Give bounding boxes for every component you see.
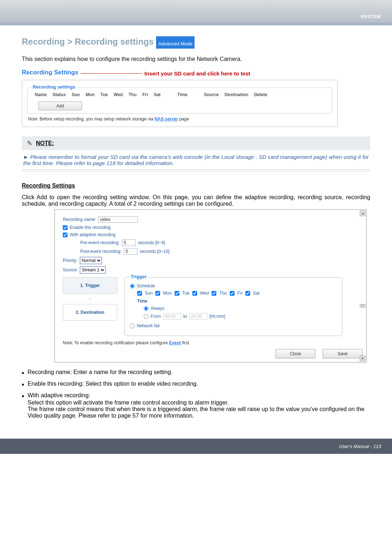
col-delete: Delete <box>251 92 270 97</box>
col-sat: Sat <box>151 92 164 97</box>
schedule-days: Sun Mon Tue Wed Thu Fri Sat <box>137 291 337 296</box>
trigger-legend: Trigger <box>129 274 148 279</box>
day-wed-checkbox[interactable] <box>192 291 197 296</box>
recording-settings-fieldset-legend: Recording settings <box>31 84 77 90</box>
schedule-radio[interactable] <box>130 284 135 288</box>
bullet-recording-name: Recording name: Enter a name for the rec… <box>22 369 370 376</box>
adaptive-recording-label: With adaptive recording <box>70 232 115 237</box>
dialog-note: Note: To enable recording notification p… <box>63 340 363 345</box>
recording-settings-body: Click Add to open the recording setting … <box>22 194 370 207</box>
pre-event-label: Pre-event recording: <box>80 240 120 245</box>
priority-select[interactable]: Normal <box>80 257 102 264</box>
day-thu-checkbox[interactable] <box>212 291 216 296</box>
advanced-mode-badge: Advanced Mode <box>156 36 195 49</box>
day-tue-checkbox[interactable] <box>175 291 179 296</box>
from-time-input[interactable] <box>163 313 181 320</box>
footer-text: User's Manual - 113 <box>339 444 381 449</box>
time-heading: Time <box>137 299 337 304</box>
recording-settings-fieldset: Recording settings Name Status Sun Mon T… <box>27 87 332 114</box>
wizard-step-destination[interactable]: 2. Destination <box>63 304 117 321</box>
pre-event-hint: seconds [0~9] <box>138 240 165 245</box>
insert-sd-hint: Insert your SD card and click here to te… <box>144 70 250 77</box>
recording-settings-heading: Recording Settings <box>22 69 78 76</box>
recording-table-header: Name Status Sun Mon Tue Wed Thu Fri Sat … <box>31 90 328 99</box>
note-label: NOTE: <box>36 140 54 147</box>
adaptive-recording-checkbox[interactable] <box>63 233 68 237</box>
day-fri-label: Fri <box>237 291 242 296</box>
bullet-adaptive-recording: With adaptive recording: Select this opt… <box>22 392 370 419</box>
col-fri: Fri <box>139 92 151 97</box>
recording-name-input[interactable] <box>98 216 138 223</box>
day-wed-label: Wed <box>200 291 209 296</box>
from-radio[interactable] <box>144 314 148 319</box>
pencil-icon: ✎ <box>27 139 32 147</box>
day-sat-checkbox[interactable] <box>245 291 250 296</box>
bullet-enable-recording: Enable this recording: Select this optio… <box>22 381 370 387</box>
wizard-steps: 1. Trigger ↓ 2. Destination <box>63 277 117 336</box>
col-destination: Destination <box>222 92 251 97</box>
recording-name-label: Recording name: <box>63 217 96 222</box>
source-select[interactable]: Stream 1 <box>80 266 106 274</box>
event-link[interactable]: Event <box>169 340 181 345</box>
col-status: Status <box>50 92 69 97</box>
chevron-down-icon: ↓ <box>63 295 117 301</box>
col-source: Source <box>201 92 222 97</box>
col-thu: Thu <box>126 92 139 97</box>
always-radio[interactable] <box>144 306 148 311</box>
bullet-adaptive-p2: The frame rate control means that when t… <box>28 406 370 419</box>
day-sat-label: Sat <box>253 291 260 296</box>
bullet-adaptive-p1: Select this option will activate the fra… <box>28 399 370 406</box>
post-event-input[interactable] <box>124 248 138 255</box>
nas-server-link[interactable]: NAS server <box>155 116 178 122</box>
recording-settings-subhead: Recording Settings <box>22 182 370 189</box>
post-event-hint: seconds [0~10] <box>140 249 170 254</box>
day-mon-label: Mon <box>163 291 171 296</box>
col-name: Name <box>32 92 50 97</box>
day-fri-checkbox[interactable] <box>230 291 234 296</box>
enable-recording-checkbox[interactable] <box>63 225 68 230</box>
trigger-fieldset: Trigger Schedule Sun Mon Tue Wed Thu Fri… <box>124 277 342 336</box>
hhmm-hint: [hh:mm] <box>209 314 225 319</box>
page-header: VIVOTEK <box>0 0 392 22</box>
scroll-down-icon[interactable]: ▾ <box>360 356 366 361</box>
header-divider <box>0 22 392 25</box>
col-wed: Wed <box>111 92 126 97</box>
schedule-label: Schedule <box>137 283 155 288</box>
col-time: Time <box>174 92 190 97</box>
col-tue: Tue <box>98 92 111 97</box>
day-sun-label: Sun <box>145 291 152 296</box>
note-banner: ✎ NOTE: <box>22 136 370 150</box>
page-footer: User's Manual - 113 <box>0 439 392 454</box>
recording-dialog: ▴ ≡ ▾ Recording name: Enable this record… <box>54 209 367 362</box>
day-sun-checkbox[interactable] <box>137 291 142 296</box>
always-label: Always <box>151 306 164 311</box>
network-fail-radio[interactable] <box>130 324 135 328</box>
from-label: From <box>151 314 161 319</box>
panel-note: Note: Before setup recording, you may se… <box>27 114 332 122</box>
save-button[interactable]: Save <box>323 349 363 358</box>
note-divider <box>22 171 370 172</box>
priority-label: Priority: <box>63 258 78 263</box>
scroll-handle-icon[interactable]: ≡ <box>360 304 366 308</box>
day-thu-label: Thu <box>219 291 227 296</box>
wizard-step-trigger[interactable]: 1. Trigger <box>63 277 117 294</box>
page-title-text: Recording > Recording settings <box>22 37 154 46</box>
pre-event-input[interactable] <box>122 239 136 246</box>
brand-label: VIVOTEK <box>360 14 381 19</box>
insert-leader-line <box>81 73 142 74</box>
to-time-input[interactable] <box>189 313 207 320</box>
add-button[interactable]: Add <box>38 102 82 110</box>
col-sun: Sun <box>69 92 83 97</box>
page-title: Recording > Recording settings Advanced … <box>22 36 370 49</box>
col-mon: Mon <box>83 92 98 97</box>
source-label: Source: <box>63 267 78 272</box>
note-body: ► Please remember to format your SD card… <box>22 150 370 170</box>
network-fail-label: Network fail <box>137 323 160 328</box>
to-label: to <box>183 314 187 319</box>
scroll-up-icon[interactable]: ▴ <box>360 210 366 216</box>
post-event-label: Post-event recording: <box>80 249 122 254</box>
close-button[interactable]: Close <box>275 349 315 358</box>
day-tue-label: Tue <box>182 291 189 296</box>
intro-text: This section explains how to configure t… <box>22 56 370 62</box>
day-mon-checkbox[interactable] <box>155 291 160 296</box>
